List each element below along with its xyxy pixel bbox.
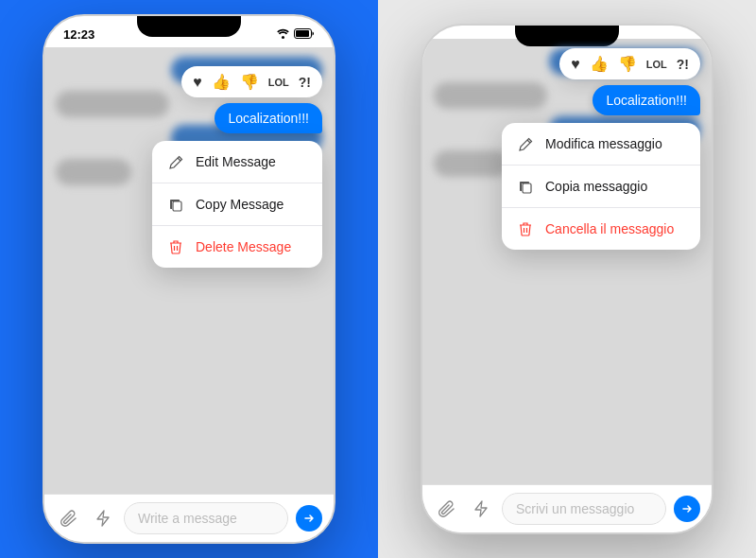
left-bolt-button[interactable]: [90, 505, 116, 532]
right-message-bubble: Localization!!!: [593, 85, 700, 115]
left-chat-area: ♥ 👍 👎 LOL ?! Localization!!!: [44, 47, 334, 494]
right-attach-button[interactable]: [434, 496, 460, 522]
right-input-bar: Scrivi un messaggio: [422, 484, 712, 532]
trash-icon-right: [517, 220, 534, 237]
left-context-menu: Edit Message Copy Message: [152, 141, 322, 268]
left-copy-message[interactable]: Copy Message: [152, 183, 322, 226]
svg-rect-3: [173, 201, 181, 211]
react-thumbsdown-right[interactable]: 👎: [618, 55, 637, 73]
copy-icon-right: [517, 178, 534, 195]
left-notch: [137, 16, 241, 37]
react-heart-left[interactable]: ♥: [193, 74, 202, 91]
left-message-input[interactable]: Write a message: [124, 502, 288, 534]
left-status-icons: [276, 28, 315, 41]
right-phone: ♥ 👍 👎 LOL ?! Localization!!!: [421, 24, 713, 534]
react-lol-right[interactable]: LOL: [646, 59, 667, 70]
right-context-menu: Modifica messaggio Copia messaggio: [502, 123, 700, 250]
react-thumbsdown-left[interactable]: 👎: [240, 73, 259, 91]
wifi-icon: [276, 28, 290, 41]
copy-icon: [167, 196, 184, 213]
left-context-overlay: ♥ 👍 👎 LOL ?! Localization!!!: [44, 47, 334, 494]
react-heart-right[interactable]: ♥: [571, 56, 580, 73]
right-delete-label: Cancella il messaggio: [545, 221, 674, 236]
react-exclaim-left[interactable]: ?!: [299, 75, 311, 90]
left-input-bar: Write a message: [44, 494, 334, 542]
edit-icon: [167, 153, 184, 170]
left-time: 12:23: [63, 27, 94, 42]
left-copy-label: Copy Message: [196, 197, 284, 212]
right-chat-area: ♥ 👍 👎 LOL ?! Localization!!!: [422, 39, 712, 484]
react-thumbsup-right[interactable]: 👍: [590, 55, 609, 73]
react-lol-left[interactable]: LOL: [268, 77, 289, 88]
left-status-bar: 12:23: [44, 16, 334, 47]
left-edit-label: Edit Message: [196, 154, 276, 169]
left-message-bubble: Localization!!!: [215, 103, 322, 133]
left-placeholder: Write a message: [138, 511, 237, 526]
left-reaction-bar: ♥ 👍 👎 LOL ?!: [181, 66, 322, 97]
left-phone: 12:23: [43, 14, 335, 544]
svg-point-0: [282, 36, 284, 39]
left-edit-message[interactable]: Edit Message: [152, 141, 322, 183]
right-status-bar: [422, 26, 712, 39]
right-copy-message[interactable]: Copia messaggio: [502, 166, 700, 208]
left-delete-message[interactable]: Delete Message: [152, 226, 322, 268]
left-send-button[interactable]: [296, 505, 322, 532]
svg-rect-2: [296, 30, 309, 37]
right-context-overlay: ♥ 👍 👎 LOL ?! Localization!!!: [422, 39, 712, 484]
right-placeholder: Scrivi un messaggio: [516, 501, 634, 516]
right-edit-message[interactable]: Modifica messaggio: [502, 123, 700, 166]
right-delete-message[interactable]: Cancella il messaggio: [502, 208, 700, 250]
right-copy-label: Copia messaggio: [545, 179, 647, 194]
edit-icon-right: [517, 135, 534, 152]
react-exclaim-right[interactable]: ?!: [677, 57, 689, 72]
right-send-button[interactable]: [674, 496, 700, 522]
left-delete-label: Delete Message: [196, 239, 291, 254]
right-edit-label: Modifica messaggio: [545, 136, 662, 151]
trash-icon-left: [167, 238, 184, 255]
right-panel: ♥ 👍 👎 LOL ?! Localization!!!: [378, 0, 756, 558]
right-message-input[interactable]: Scrivi un messaggio: [502, 493, 666, 525]
left-panel: 12:23: [0, 0, 378, 558]
left-attach-button[interactable]: [56, 505, 82, 532]
svg-rect-4: [523, 183, 531, 193]
battery-icon: [294, 28, 315, 41]
right-reaction-bar: ♥ 👍 👎 LOL ?!: [559, 48, 700, 79]
react-thumbsup-left[interactable]: 👍: [212, 73, 231, 91]
right-bolt-button[interactable]: [468, 496, 494, 522]
